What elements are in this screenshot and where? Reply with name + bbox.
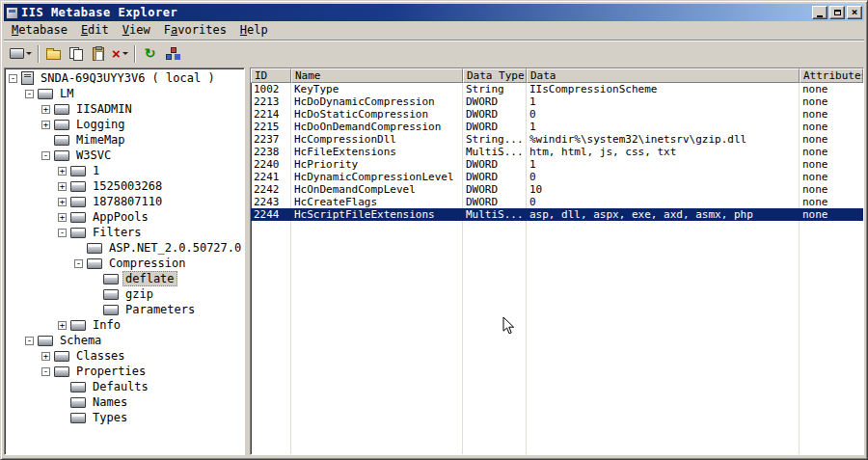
copy-button[interactable]: [65, 43, 87, 65]
tree-item-info[interactable]: +Info: [5, 317, 244, 333]
tree-item-apppools[interactable]: +AppPools: [5, 209, 244, 225]
tree-item-label[interactable]: Filters: [90, 225, 145, 240]
menu-metabase[interactable]: Metabase: [5, 22, 74, 39]
tree-item-label[interactable]: gzip: [122, 286, 156, 302]
minimize-button[interactable]: [812, 6, 827, 19]
table-row[interactable]: 2237HcCompressionDllString...%windir%\sy…: [251, 133, 863, 146]
menu-edit[interactable]: Edit: [74, 22, 116, 39]
tree-item-label[interactable]: 1878807110: [90, 194, 165, 209]
tree-item-1878807110[interactable]: +1878807110: [5, 194, 244, 209]
tree-item-label[interactable]: Info: [90, 317, 123, 333]
tree-item-label[interactable]: SNDA-69Q3UYY3V6 ( local ): [38, 70, 218, 86]
tree-item-label[interactable]: Logging: [73, 117, 128, 132]
tree-item-classes[interactable]: +Classes: [5, 348, 244, 364]
tree-item-w3svc[interactable]: -W3SVC: [5, 148, 244, 163]
tree-item-asp-net-2-0-50727-0[interactable]: ASP.NET_2.0.50727.0: [5, 240, 244, 256]
tree-item-label[interactable]: Properties: [73, 364, 149, 379]
expand-icon[interactable]: +: [58, 321, 67, 330]
tree-item-logging[interactable]: +Logging: [5, 117, 244, 132]
list-body[interactable]: 1002KeyTypeStringIIsCompressionSchemenon…: [251, 83, 863, 454]
tree-item-iisadmin[interactable]: +IISADMIN: [5, 101, 244, 117]
tree-item-lm[interactable]: -LM: [5, 86, 244, 101]
tree-item-label[interactable]: Names: [90, 394, 130, 410]
tree-item-label[interactable]: Compression: [106, 256, 188, 271]
expand-icon[interactable]: +: [58, 198, 67, 206]
table-row[interactable]: 2241HcDynamicCompressionLevelDWORD0none: [251, 171, 863, 183]
tree-item-label[interactable]: W3SVC: [73, 148, 114, 163]
tree-item-properties[interactable]: -Properties: [5, 364, 244, 379]
expand-icon[interactable]: +: [58, 213, 67, 222]
collapse-icon[interactable]: -: [74, 259, 83, 268]
expand-icon[interactable]: +: [41, 352, 50, 361]
paste-button[interactable]: [87, 43, 109, 65]
table-row[interactable]: 2215HcDoOnDemandCompressionDWORD1none: [251, 121, 863, 133]
tree-item-1[interactable]: +1: [5, 163, 244, 178]
tree-item-filters[interactable]: -Filters: [5, 225, 244, 240]
tree-item-parameters[interactable]: Parameters: [5, 302, 244, 317]
tree-item-label[interactable]: Defaults: [90, 379, 151, 394]
column-header-data[interactable]: Data: [527, 68, 800, 83]
expand-icon[interactable]: +: [41, 105, 50, 114]
tree-item-label[interactable]: 1: [90, 163, 102, 178]
delete-button[interactable]: [109, 43, 131, 65]
tree-item-deflate[interactable]: deflate: [5, 271, 244, 286]
tree-item-label[interactable]: ASP.NET_2.0.50727.0: [106, 240, 244, 256]
menu-favorites[interactable]: Favorites: [157, 22, 233, 39]
column-header-attributes[interactable]: Attributes: [800, 68, 863, 83]
titlebar[interactable]: IIS Metabase Explorer ×: [4, 4, 864, 21]
table-row[interactable]: 2214HcDoStaticCompressionDWORD0none: [251, 108, 863, 121]
table-row[interactable]: 1002KeyTypeStringIIsCompressionSchemenon…: [251, 83, 863, 95]
cell-id: 2238: [251, 146, 291, 158]
column-header-name[interactable]: Name: [291, 68, 463, 83]
table-row[interactable]: 2240HcPriorityDWORD1none: [251, 158, 863, 171]
expand-icon[interactable]: +: [41, 121, 50, 129]
collapse-icon[interactable]: -: [41, 367, 50, 376]
cell-type: DWORD: [463, 171, 527, 183]
collapse-icon[interactable]: -: [41, 151, 50, 160]
hierarchy-button[interactable]: [161, 43, 183, 65]
tree-item-label[interactable]: LM: [57, 86, 76, 101]
column-header-data-type[interactable]: Data Type: [463, 68, 527, 83]
list-panel[interactable]: IDNameData TypeDataAttributes 1002KeyTyp…: [250, 68, 864, 455]
tree-item-defaults[interactable]: Defaults: [5, 379, 244, 394]
menu-help[interactable]: Help: [233, 22, 275, 39]
tree-item-compression[interactable]: -Compression: [5, 256, 244, 271]
connect-button[interactable]: [7, 43, 35, 65]
tree-item-label[interactable]: AppPools: [90, 209, 151, 225]
collapse-icon[interactable]: -: [25, 337, 34, 345]
collapse-icon[interactable]: -: [9, 74, 17, 83]
cell-name: HcDynamicCompressionLevel: [291, 171, 463, 183]
tree-item-types[interactable]: Types: [5, 410, 244, 425]
table-row[interactable]: 2243HcCreateFlagsDWORD0none: [251, 196, 863, 208]
tree-item-label[interactable]: Parameters: [122, 302, 198, 317]
tree-item-gzip[interactable]: gzip: [5, 286, 244, 302]
tree-item-names[interactable]: Names: [5, 394, 244, 410]
tree-panel[interactable]: -SNDA-69Q3UYY3V6 ( local )-LM+IISADMIN+L…: [4, 68, 245, 455]
table-row[interactable]: 2242HcOnDemandCompLevelDWORD10none: [251, 183, 863, 196]
collapse-icon[interactable]: -: [58, 229, 67, 237]
column-header-id[interactable]: ID: [251, 68, 291, 83]
cell-attributes: none: [800, 171, 863, 183]
collapse-icon[interactable]: -: [25, 90, 34, 98]
refresh-button[interactable]: [139, 43, 161, 65]
tree-item-label[interactable]: MimeMap: [73, 132, 128, 148]
tree-item-label[interactable]: IISADMIN: [73, 101, 135, 117]
close-button[interactable]: ×: [847, 6, 862, 19]
tree-item-label[interactable]: deflate: [122, 271, 177, 286]
tree-item-label[interactable]: Types: [90, 410, 130, 425]
table-row[interactable]: 2238HcFileExtensionsMultiS...htm, html, …: [251, 146, 863, 158]
tree-item-label[interactable]: 1525003268: [90, 178, 165, 194]
expand-icon[interactable]: +: [58, 167, 67, 176]
expand-icon[interactable]: +: [58, 182, 67, 191]
tree-item-mimemap[interactable]: MimeMap: [5, 132, 244, 148]
table-row[interactable]: 2244HcScriptFileExtensionsMultiS...asp, …: [251, 208, 863, 221]
open-button[interactable]: [42, 43, 65, 65]
tree-item-1525003268[interactable]: +1525003268: [5, 178, 244, 194]
menu-view[interactable]: View: [116, 22, 157, 39]
table-row[interactable]: 2213HcDoDynamicCompressionDWORD1none: [251, 95, 863, 108]
maximize-button[interactable]: [829, 6, 845, 19]
tree-item-snda-69q3uyy3v6-local[interactable]: -SNDA-69Q3UYY3V6 ( local ): [5, 70, 244, 86]
tree-item-label[interactable]: Schema: [57, 333, 104, 348]
tree-item-schema[interactable]: -Schema: [5, 333, 244, 348]
tree-item-label[interactable]: Classes: [73, 348, 128, 364]
